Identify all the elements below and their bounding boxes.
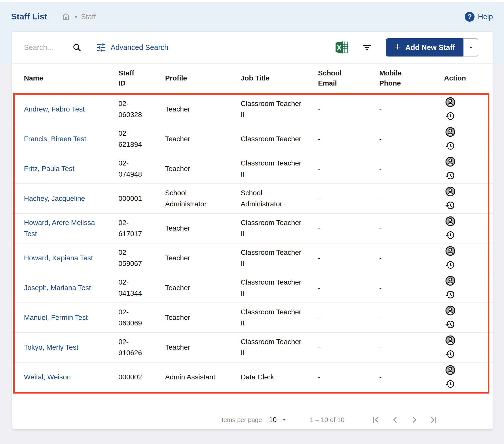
history-icon[interactable] xyxy=(445,230,456,241)
view-profile-icon[interactable] xyxy=(445,246,456,256)
col-header-mobile-phone: Mobile Phone xyxy=(379,68,444,88)
job-title-cell: Classroom Teacher II xyxy=(241,98,304,120)
home-icon[interactable] xyxy=(62,12,70,21)
advanced-search-link[interactable]: Advanced Search xyxy=(111,43,168,52)
history-icon[interactable] xyxy=(445,379,456,390)
top-strip xyxy=(0,0,504,2)
profile-cell: Teacher xyxy=(165,133,190,145)
export-excel-icon[interactable] xyxy=(335,40,349,55)
history-icon[interactable] xyxy=(445,260,456,270)
page-header: Staff List Staff ? Help xyxy=(0,5,504,29)
breadcrumb-divider xyxy=(54,10,54,23)
next-page-button[interactable] xyxy=(410,415,419,424)
mobile-phone-cell: - xyxy=(379,133,444,145)
items-per-page-select[interactable]: 10 xyxy=(269,416,287,424)
help-button[interactable]: ? Help xyxy=(465,12,493,22)
col-header-profile: Profile xyxy=(165,73,241,83)
staff-name-link[interactable]: Tokyo, Merly Test xyxy=(24,342,78,353)
plus-icon: + xyxy=(394,42,400,52)
first-page-button[interactable] xyxy=(372,415,380,424)
table-row: Manuel, Fermin Test 02-063069 Teacher Cl… xyxy=(12,303,493,333)
table-header: Name Staff ID Profile Job Title School E… xyxy=(12,63,493,93)
staff-id-cell: 02-074948 xyxy=(118,158,151,180)
view-profile-icon[interactable] xyxy=(445,305,456,316)
profile-cell: School Administrator xyxy=(165,187,224,210)
search-icon[interactable] xyxy=(72,43,81,52)
table-row: Weital, Weison 000002 Admin Assistant Da… xyxy=(12,363,493,392)
school-email-cell: - xyxy=(318,253,379,264)
add-staff-dropdown-button[interactable] xyxy=(463,38,478,57)
mobile-phone-cell: - xyxy=(379,372,444,383)
profile-cell: Teacher xyxy=(165,253,190,264)
breadcrumb-current[interactable]: Staff xyxy=(81,13,96,21)
staff-id-cell: 02-617017 xyxy=(118,217,151,239)
last-page-button[interactable] xyxy=(429,415,438,424)
profile-cell: Teacher xyxy=(165,282,190,293)
view-profile-icon[interactable] xyxy=(445,186,456,197)
job-title-cell: Classroom Teacher xyxy=(241,133,301,145)
history-icon[interactable] xyxy=(445,349,456,360)
staff-id-cell: 02-063069 xyxy=(118,307,151,329)
school-email-cell: - xyxy=(318,372,379,383)
breadcrumb-dot xyxy=(75,16,77,18)
mobile-phone-cell: - xyxy=(379,253,444,264)
page-range-label: 1 – 10 of 10 xyxy=(310,416,344,424)
staff-id-cell: 02-041344 xyxy=(118,277,151,299)
mobile-phone-cell: - xyxy=(379,193,444,204)
history-icon[interactable] xyxy=(445,290,456,300)
history-icon[interactable] xyxy=(445,200,456,211)
staff-name-link[interactable]: Manuel, Fermin Test xyxy=(24,312,88,323)
school-email-cell: - xyxy=(318,193,379,204)
history-icon[interactable] xyxy=(445,141,456,151)
school-email-cell: - xyxy=(318,163,379,174)
history-icon[interactable] xyxy=(445,319,456,330)
view-profile-icon[interactable] xyxy=(445,97,456,107)
caret-down-icon xyxy=(467,44,474,51)
col-header-staff-id: Staff ID xyxy=(118,68,165,88)
staff-name-link[interactable]: Weital, Weison xyxy=(24,372,71,383)
staff-name-link[interactable]: Joseph, Mariana Test xyxy=(24,282,91,293)
view-profile-icon[interactable] xyxy=(445,127,456,137)
advanced-search-tune-icon[interactable] xyxy=(96,42,107,53)
staff-name-link[interactable]: Fritz, Paula Test xyxy=(24,163,74,174)
profile-cell: Teacher xyxy=(165,342,190,353)
table-row: Howard, Kapiana Test 02-059067 Teacher C… xyxy=(12,243,493,273)
profile-cell: Teacher xyxy=(165,104,190,115)
paginator: items per page 10 1 – 10 of 10 xyxy=(12,412,493,428)
staff-id-cell: 02-059067 xyxy=(118,247,151,269)
staff-name-link[interactable]: Howard, Arere Melissa Test xyxy=(24,217,105,239)
view-profile-icon[interactable] xyxy=(445,275,456,286)
view-profile-icon[interactable] xyxy=(445,156,456,167)
mobile-phone-cell: - xyxy=(379,223,444,234)
view-profile-icon[interactable] xyxy=(445,335,456,346)
staff-id-cell: 02-621894 xyxy=(118,128,151,150)
history-icon[interactable] xyxy=(445,111,456,122)
add-new-staff-button[interactable]: + Add New Staff xyxy=(386,38,463,57)
search-input[interactable] xyxy=(24,43,71,52)
items-per-page-value: 10 xyxy=(269,416,277,424)
previous-page-button[interactable] xyxy=(391,415,399,424)
mobile-phone-cell: - xyxy=(379,312,444,323)
table-row: Howard, Arere Melissa Test 02-617017 Tea… xyxy=(12,214,493,243)
table-row: Fritz, Paula Test 02-074948 Teacher Clas… xyxy=(12,154,493,184)
caret-down-icon xyxy=(282,417,287,422)
col-header-name: Name xyxy=(12,73,118,83)
view-profile-icon[interactable] xyxy=(445,365,456,375)
staff-name-link[interactable]: Francis, Bireen Test xyxy=(24,133,86,145)
toolbar: Advanced Search + Add New Staff xyxy=(12,32,493,63)
staff-name-link[interactable]: Hachey, Jacqueline xyxy=(24,193,85,204)
school-email-cell: - xyxy=(318,133,379,145)
table-row: Francis, Bireen Test 02-621894 Teacher C… xyxy=(12,124,493,154)
view-profile-icon[interactable] xyxy=(445,216,456,227)
profile-cell: Teacher xyxy=(165,312,190,323)
table-row: Hachey, Jacqueline 000001 School Adminis… xyxy=(12,184,493,214)
staff-name-link[interactable]: Howard, Kapiana Test xyxy=(24,253,93,264)
staff-name-link[interactable]: Andrew, Fabro Test xyxy=(24,104,85,115)
history-icon[interactable] xyxy=(445,171,456,181)
job-title-cell: Classroom Teacher II xyxy=(241,277,304,299)
job-title-cell: Classroom Teacher II xyxy=(241,217,304,239)
school-email-cell: - xyxy=(318,282,379,293)
filter-list-icon[interactable] xyxy=(361,42,372,53)
school-email-cell: - xyxy=(318,223,379,234)
page-title: Staff List xyxy=(11,12,47,21)
